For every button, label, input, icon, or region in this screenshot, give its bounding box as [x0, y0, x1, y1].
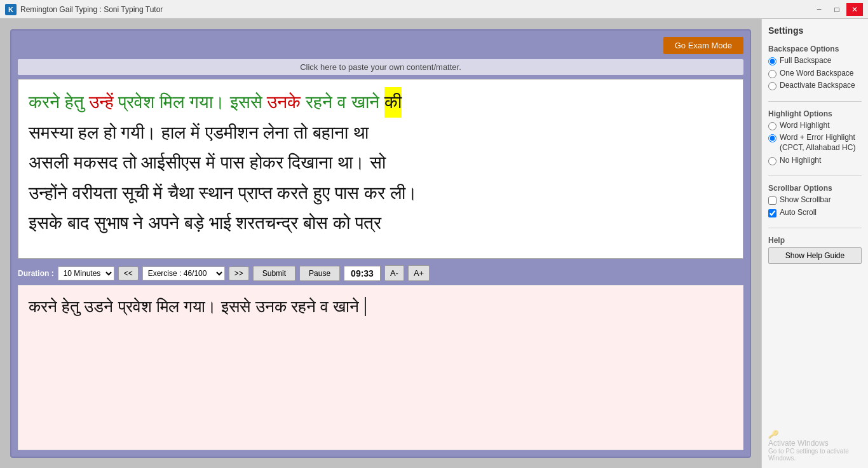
text-line-3: असली मकसद तो आईसीएस में पास होकर दिखाना …: [29, 148, 733, 178]
word: दिखाना: [288, 148, 337, 178]
text-line-2: समस्या हल हो गयी। हाल में एडमीशन लेना तो…: [29, 118, 733, 148]
input-text: करने हेतु उडने प्रवेश मिल गया। इससे उनक …: [29, 297, 359, 316]
word: में: [153, 178, 168, 209]
word: उन्हें: [89, 87, 119, 118]
backspace-full-row: Full Backspace: [768, 56, 862, 66]
duration-select[interactable]: 10 Minutes 5 Minutes 15 Minutes 30 Minut…: [58, 266, 114, 280]
text-line-5: इसके बाद सुभाष ने अपने बड़े भाई शरतचन्द्…: [29, 208, 733, 238]
word: प्राप्त: [238, 178, 278, 209]
word: उनके: [267, 87, 306, 118]
show-help-button[interactable]: Show Help Guide: [768, 247, 862, 264]
word: आईसीएस: [141, 148, 206, 178]
nav-next-button[interactable]: >>: [229, 266, 249, 280]
word: स्थान: [199, 178, 238, 209]
watermark: 🔑 Activate Windows Go to PC settings to …: [768, 417, 862, 462]
word: मिल: [159, 87, 189, 118]
backspace-deactivate-radio[interactable]: [768, 82, 776, 90]
word: हो: [104, 118, 121, 148]
maximize-button[interactable]: □: [829, 3, 845, 16]
word: शरतचन्द्र: [236, 208, 303, 238]
show-scrollbar-row: Show Scrollbar: [768, 195, 862, 205]
word: एडमीशन: [205, 118, 264, 148]
word: चैथा: [168, 178, 199, 209]
word: वरीयता: [72, 178, 122, 209]
word: ली।: [390, 178, 417, 209]
titlebar: K Remington Gail Typing : Soni Typing Tu…: [0, 0, 868, 19]
word: खाने: [351, 87, 384, 118]
highlight-word-row: Word Highlight: [768, 121, 862, 131]
highlight-none-label: No Highlight: [780, 156, 821, 166]
paste-bar[interactable]: Click here to paste your own content/mat…: [18, 59, 743, 75]
backspace-full-radio[interactable]: [768, 57, 776, 65]
backspace-options: Backspace Options Full Backspace One Wor…: [768, 45, 862, 93]
backspace-options-title: Backspace Options: [768, 45, 862, 53]
backspace-one-radio[interactable]: [768, 70, 776, 78]
word: इससे: [230, 87, 268, 118]
help-section: Help Show Help Guide: [768, 236, 862, 264]
input-area[interactable]: करने हेतु उडने प्रवेश मिल गया। इससे उनक …: [18, 285, 743, 450]
activate-windows-line1: Activate Windows: [768, 439, 862, 448]
word: हाल: [161, 118, 191, 148]
word: बड़े: [184, 208, 209, 238]
word: सो: [370, 148, 386, 178]
backspace-one-label: One Word Backspace: [780, 69, 854, 79]
duration-label: Duration :: [18, 269, 54, 278]
word: प्रवेश: [118, 87, 159, 118]
text-line-4: उन्होंने वरीयता सूची में चैथा स्थान प्रा…: [29, 178, 733, 209]
word: हेतु: [65, 87, 89, 118]
submit-button[interactable]: Submit: [253, 266, 295, 281]
content-area: Go Exam Mode Click here to paste your ow…: [0, 19, 761, 468]
word: को: [333, 208, 355, 238]
cursor: [360, 297, 366, 316]
word: अपने: [148, 208, 184, 238]
highlight-none-radio[interactable]: [768, 157, 776, 165]
word: में: [191, 118, 205, 148]
titlebar-controls: – □ ✕: [811, 3, 863, 16]
auto-scroll-checkbox[interactable]: [768, 209, 776, 217]
word: तो: [123, 148, 142, 178]
font-smaller-button[interactable]: A-: [384, 265, 404, 281]
highlight-word-error-label: Word + Error Highlight (CPCT, Allahabad …: [780, 133, 862, 153]
word-highlighted: की: [384, 87, 402, 118]
word: हुए: [313, 178, 335, 209]
word: ने: [133, 208, 148, 238]
divider-1: [768, 101, 862, 102]
go-exam-btn-row: Go Exam Mode: [18, 37, 743, 54]
typing-container: Go Exam Mode Click here to paste your ow…: [10, 29, 751, 458]
show-scrollbar-checkbox[interactable]: [768, 196, 776, 205]
highlight-word-radio[interactable]: [768, 122, 776, 130]
word: बाद: [67, 208, 94, 238]
close-button[interactable]: ✕: [846, 3, 863, 16]
exercise-select[interactable]: Exercise : 46/100: [142, 266, 225, 280]
go-exam-button[interactable]: Go Exam Mode: [663, 37, 743, 54]
highlight-word-error-radio[interactable]: [768, 134, 776, 142]
word: असली: [29, 148, 74, 178]
font-larger-button[interactable]: A+: [408, 265, 430, 281]
minimize-button[interactable]: –: [811, 3, 827, 16]
backspace-full-label: Full Backspace: [780, 56, 831, 66]
pause-button[interactable]: Pause: [299, 266, 340, 281]
highlight-none-row: No Highlight: [768, 156, 862, 166]
word: इसके: [29, 208, 67, 238]
titlebar-left: K Remington Gail Typing : Soni Typing Tu…: [5, 4, 163, 15]
titlebar-title: Remington Gail Typing : Soni Typing Tuto…: [20, 5, 163, 14]
highlight-word-error-row: Word + Error Highlight (CPCT, Allahabad …: [768, 133, 862, 153]
text-display: करने हेतु उन्हें प्रवेश मिल गया। इससे उन…: [18, 79, 743, 259]
word: था।: [337, 148, 370, 178]
word: बहाना: [313, 118, 353, 148]
highlight-word-label: Word Highlight: [780, 121, 829, 131]
activate-windows-line2: Go to PC settings to activate Windows.: [768, 448, 862, 462]
word: करने: [29, 87, 65, 118]
word: कर: [364, 178, 390, 209]
backspace-deactivate-label: Deactivate Backspace: [780, 81, 855, 91]
nav-prev-button[interactable]: <<: [118, 266, 139, 280]
word: पास: [220, 148, 250, 178]
word: होकर: [250, 148, 288, 178]
settings-title: Settings: [768, 25, 862, 36]
show-scrollbar-label: Show Scrollbar: [780, 195, 831, 205]
scrollbar-options-title: Scrollbar Options: [768, 184, 862, 193]
word: व: [337, 87, 351, 118]
word: लेना: [263, 118, 294, 148]
word: मकसद: [74, 148, 123, 178]
word: में: [206, 148, 220, 178]
